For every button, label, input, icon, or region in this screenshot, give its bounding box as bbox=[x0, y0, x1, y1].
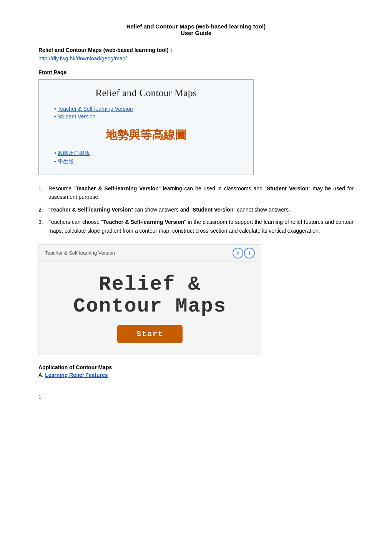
intro-title: Relief and Contour Maps (web-based learn… bbox=[38, 47, 354, 54]
english-link-list: Teacher & Self-learning Version Student … bbox=[50, 106, 242, 120]
header-title-line1: Relief and Contour Maps (web-based learn… bbox=[38, 23, 354, 30]
app-title-line1: Relief & bbox=[99, 273, 201, 296]
front-page-box: Relief and Contour Maps Teacher & Self-l… bbox=[38, 79, 254, 175]
page-number: 1 bbox=[38, 393, 354, 400]
english-title: Relief and Contour Maps bbox=[50, 87, 242, 99]
cc-icon: c bbox=[233, 248, 243, 258]
teacher-version-label: Teacher & Self-learning Version bbox=[45, 250, 115, 256]
chinese-link-list: 教師及自學版 學生版 bbox=[50, 150, 242, 165]
list-item-2-text: "Teacher & Self-learning Version" can sh… bbox=[48, 205, 290, 214]
list-item-2: "Teacher & Self-learning Version" can sh… bbox=[38, 205, 354, 214]
front-page-label: Front Page bbox=[38, 69, 354, 75]
cc-icons-group: c i bbox=[233, 248, 255, 258]
app-section-subtitle: A. Learning Relief Features bbox=[38, 372, 354, 378]
english-link-item-2: Student Version bbox=[54, 113, 242, 120]
numbered-list: Resource "Teacher & Self-learning Versio… bbox=[38, 184, 354, 235]
english-link-item-1: Teacher & Self-learning Version bbox=[54, 106, 242, 112]
app-main-banner: Relief & Contour Maps Start bbox=[38, 262, 261, 355]
subtitle-prefix: A. bbox=[38, 372, 43, 378]
chinese-link-item-1: 教師及自學版 bbox=[54, 150, 242, 157]
list-item-1-text: Resource "Teacher & Self-learning Versio… bbox=[48, 184, 354, 202]
intro-link[interactable]: http://diy.fwg.hk/download/geog/map/ bbox=[38, 55, 127, 62]
learning-relief-features-link[interactable]: Learning Relief Features bbox=[45, 372, 108, 378]
list-item-1: Resource "Teacher & Self-learning Versio… bbox=[38, 184, 354, 202]
app-screenshot-area: Teacher & Self-learning Version c i Reli… bbox=[38, 244, 354, 355]
intro-section: Relief and Contour Maps (web-based learn… bbox=[38, 47, 354, 62]
info-icon: i bbox=[244, 248, 255, 258]
app-big-title: Relief & Contour Maps bbox=[73, 273, 226, 317]
teacher-version-bar: Teacher & Self-learning Version c i bbox=[38, 244, 261, 262]
application-section: Application of Contour Maps A. Learning … bbox=[38, 364, 354, 378]
start-button[interactable]: Start bbox=[117, 325, 183, 343]
chinese-student-link[interactable]: 學生版 bbox=[58, 158, 74, 165]
student-version-link[interactable]: Student Version bbox=[58, 113, 96, 120]
chinese-teacher-link[interactable]: 教師及自學版 bbox=[58, 150, 90, 156]
teacher-self-learning-link[interactable]: Teacher & Self-learning Version bbox=[58, 106, 133, 112]
chinese-link-item-2: 學生版 bbox=[54, 158, 242, 165]
chinese-title: 地勢與等高線圖 bbox=[50, 127, 242, 143]
app-title-line2: Contour Maps bbox=[73, 295, 226, 318]
list-item-3: Teachers can choose "Teacher & Self-lear… bbox=[38, 218, 354, 235]
list-item-3-text: Teachers can choose "Teacher & Self-lear… bbox=[48, 218, 354, 235]
page-header: Relief and Contour Maps (web-based learn… bbox=[38, 23, 354, 36]
header-title-line2: User Guide bbox=[38, 30, 354, 36]
app-section-title: Application of Contour Maps bbox=[38, 364, 354, 370]
